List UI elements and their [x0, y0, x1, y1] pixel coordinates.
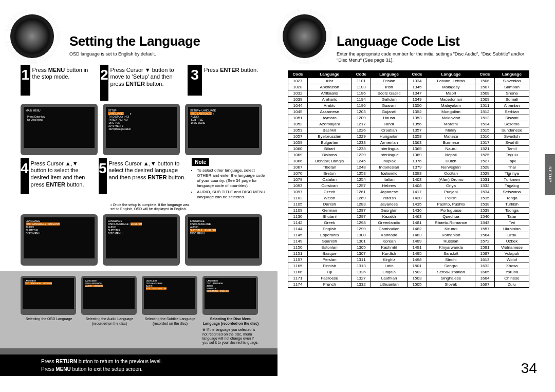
table-cell: Hindi — [371, 121, 408, 127]
step-text: Press Cursor ▲,▼ button to select the de… — [109, 158, 187, 181]
table-cell: Norwegian — [427, 164, 475, 171]
table-cell: Pashto, Pushto — [427, 201, 475, 208]
table-cell: Frisian — [371, 78, 408, 84]
table-cell: Tajik — [494, 158, 529, 164]
table-cell: Albanian — [494, 103, 529, 109]
table-row: 1032Afrikaans1186Scots Gaelic1347Maori15… — [288, 90, 529, 97]
divider-bar — [0, 348, 278, 354]
table-cell: Nepali — [427, 152, 475, 158]
table-cell: Estonian — [308, 245, 351, 251]
table-cell: Corsican — [308, 183, 351, 189]
table-cell: Slovak — [427, 282, 475, 288]
table-cell: Catalan — [308, 177, 351, 183]
table-cell: 1032 — [288, 90, 308, 97]
table-row: 1109German1287Georgian1436Portuguese1539… — [288, 208, 529, 214]
table-cell: Abkhazian — [308, 84, 351, 90]
table-cell: 1027 — [288, 78, 308, 84]
note-item: AUDIO, SUB TITLE and DISC MENU language … — [197, 190, 267, 200]
table-header-cell: Language — [427, 71, 475, 78]
table-row: 1171Faeroese1327Laothian1503Singhalese16… — [288, 275, 529, 282]
table-cell: 1226 — [351, 127, 371, 134]
table-row: 1174French1332Lithuanian1505Slovak1697Zu… — [288, 282, 529, 288]
table-cell: 1298 — [351, 220, 371, 226]
table-cell: 1572 — [475, 238, 494, 245]
table-row: 1145Esperanto1300Kannada1483Romanian1564… — [288, 232, 529, 238]
asterisk-note: ※ If the language you selected is not re… — [202, 328, 259, 345]
table-cell: Ukrainian — [494, 226, 529, 232]
table-cell: Somali — [494, 97, 529, 103]
table-cell: Sesotho — [494, 121, 529, 127]
table-row: 1079Catalan1254Italian1403(Afan) Oromo15… — [288, 177, 529, 183]
table-cell: Kinyarwanda — [427, 245, 475, 251]
table-cell: Volapuk — [494, 251, 529, 257]
language-code-table: CodeLanguageCodeLanguageCodeLanguageCode… — [288, 70, 529, 288]
table-row: 1053Bashkir1226Croatian1357Malay1515Sund… — [288, 127, 529, 134]
table-cell: 1079 — [288, 177, 308, 183]
table-cell: Oriya — [427, 183, 475, 189]
table-cell: Georgian — [371, 208, 408, 214]
table-cell: Tagalog — [494, 183, 529, 189]
table-cell: Portuguese — [427, 208, 475, 214]
table-cell: 1165 — [288, 263, 308, 269]
table-cell: 1539 — [475, 208, 494, 214]
steps-row-1: 1 Press MENU button in the stop mode. 2 … — [21, 65, 267, 101]
table-header-cell: Code — [288, 71, 308, 78]
table-cell: 1505 — [407, 282, 427, 288]
table-cell: Amharic — [308, 97, 351, 103]
table-cell: Hausa — [371, 115, 408, 121]
table-cell: Interlingue — [371, 152, 408, 158]
caption-col: LANGUAGEOSD LANGUAGE : ENGLISH Selecting… — [21, 276, 77, 345]
table-cell: Swahili — [494, 140, 529, 146]
table-cell: 1502 — [407, 269, 427, 275]
table-row: 1166Fiji1326Lingala1502Serbo-Croatian166… — [288, 269, 529, 275]
table-cell: 1665 — [475, 269, 494, 275]
table-cell: 1253 — [351, 171, 371, 177]
table-cell: Arabic — [308, 103, 351, 109]
table-cell: 1248 — [351, 164, 371, 171]
table-cell: Lingala — [371, 269, 408, 275]
table-cell: Breton — [308, 171, 351, 177]
table-cell: Kirghiz — [371, 257, 408, 263]
table-cell: 1069 — [288, 152, 308, 158]
table-row: 1039Amharic1194Galician1349Macedonian150… — [288, 97, 529, 103]
table-cell: Indonesian — [371, 164, 408, 171]
table-cell: Hungarian — [371, 134, 408, 140]
table-cell: 1269 — [351, 195, 371, 201]
table-cell: 1379 — [407, 164, 427, 171]
table-cell: 1283 — [351, 201, 371, 208]
table-cell: Malay — [427, 127, 475, 134]
table-row: 1027Afar1181Frisian1334Latvian, Lettish1… — [288, 78, 529, 84]
table-cell: 1535 — [475, 195, 494, 201]
table-cell: Spanish — [308, 238, 351, 245]
table-cell: Zulu — [494, 282, 529, 288]
table-cell: Greek — [308, 220, 351, 226]
table-cell: 1528 — [475, 164, 494, 171]
page-number-right: 34 — [521, 360, 537, 377]
table-cell: 1538 — [475, 201, 494, 208]
table-cell: Russian — [427, 238, 475, 245]
table-cell: 1581 — [475, 245, 494, 251]
table-cell: Tibetan — [308, 164, 351, 171]
table-cell: Kirundi — [427, 226, 475, 232]
table-cell: 1491 — [407, 245, 427, 251]
table-cell: 1350 — [407, 103, 427, 109]
step-text: Press ENTER button. — [204, 65, 258, 74]
note-box: Note To select other language, select OT… — [192, 158, 267, 201]
table-row: 1097Czech1261Japanese1417Punjabi1534Sets… — [288, 189, 529, 195]
table-cell: 1521 — [475, 146, 494, 152]
table-cell: 1307 — [351, 251, 371, 257]
table-cell: 1408 — [407, 183, 427, 189]
table-cell: Yoruba — [494, 269, 529, 275]
table-cell: Latin — [371, 263, 408, 269]
table-cell: 1347 — [407, 90, 427, 97]
table-cell: Maori — [427, 90, 475, 97]
table-cell: 1632 — [475, 263, 494, 269]
table-cell: Tsonga — [494, 208, 529, 214]
table-cell: 1144 — [288, 226, 308, 232]
table-cell: Faeroese — [308, 275, 351, 282]
table-cell: Javanese — [371, 201, 408, 208]
table-cell: Sundanese — [494, 127, 529, 134]
note-item: To select other language, select OTHER a… — [197, 168, 267, 189]
table-header-cell: Language — [371, 71, 408, 78]
table-cell: 1531 — [475, 177, 494, 183]
